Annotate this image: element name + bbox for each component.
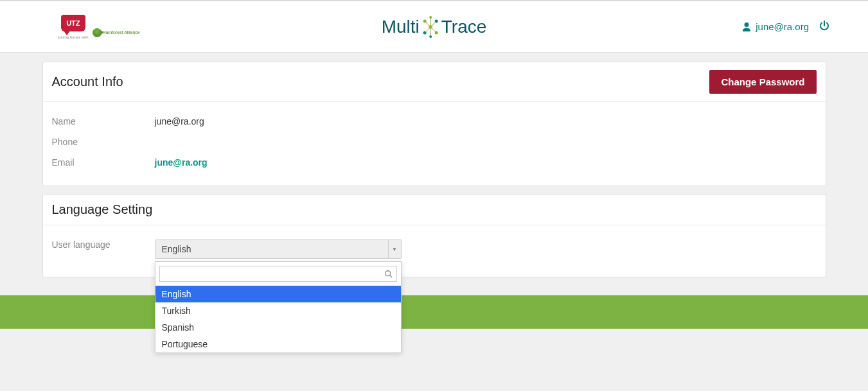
logo-trace: Trace bbox=[441, 17, 487, 37]
svg-line-9 bbox=[425, 27, 430, 33]
phone-label: Phone bbox=[52, 137, 155, 147]
email-value[interactable]: june@ra.org bbox=[155, 157, 208, 168]
language-option[interactable]: Spanish bbox=[155, 319, 401, 336]
footer-bar bbox=[0, 295, 868, 329]
language-option-list: EnglishTurkishSpanishPortuguese bbox=[155, 286, 401, 352]
search-icon bbox=[384, 270, 393, 279]
account-info-title: Account Info bbox=[52, 74, 123, 89]
below-footer-space bbox=[0, 329, 868, 391]
utz-subtext: joining forces with bbox=[58, 35, 89, 39]
name-value: june@ra.org bbox=[155, 116, 204, 126]
power-icon bbox=[819, 21, 829, 31]
utz-flag-icon: UTZ bbox=[61, 15, 85, 31]
user-email-link[interactable]: june@ra.org bbox=[741, 21, 809, 32]
main-content: Account Info Change Password Name june@r… bbox=[42, 53, 826, 277]
account-info-card: Account Info Change Password Name june@r… bbox=[42, 62, 826, 186]
dropdown-search-wrap bbox=[155, 262, 401, 286]
atom-icon bbox=[420, 13, 441, 40]
user-icon bbox=[741, 22, 752, 32]
logout-button[interactable] bbox=[819, 21, 829, 33]
name-label: Name bbox=[52, 116, 155, 126]
logo-multi: Multi bbox=[382, 17, 420, 37]
svg-line-7 bbox=[425, 21, 430, 27]
app-header: UTZ joining forces with Rainforest Allia… bbox=[0, 0, 868, 53]
svg-point-13 bbox=[385, 270, 390, 275]
user-language-label: User language bbox=[52, 239, 155, 250]
account-info-header: Account Info Change Password bbox=[43, 62, 826, 102]
field-row-phone: Phone bbox=[52, 132, 817, 152]
language-option[interactable]: Turkish bbox=[155, 302, 401, 319]
language-select[interactable]: English ▼ bbox=[155, 239, 402, 259]
user-email-text: june@ra.org bbox=[756, 21, 809, 32]
field-row-name: Name june@ra.org bbox=[52, 111, 817, 132]
ra-text: Rainforest Alliance bbox=[103, 30, 140, 35]
language-option[interactable]: English bbox=[155, 286, 401, 302]
field-row-user-language: User language English ▼ EnglishTurkishSp… bbox=[52, 234, 817, 264]
language-setting-title: Language Setting bbox=[52, 202, 153, 217]
language-search-input[interactable] bbox=[159, 266, 397, 282]
chevron-down-icon: ▼ bbox=[388, 240, 401, 258]
header-right: june@ra.org bbox=[741, 21, 855, 33]
language-setting-header: Language Setting bbox=[43, 195, 826, 225]
utz-logo: UTZ joining forces with bbox=[58, 15, 89, 39]
language-setting-card: Language Setting User language English ▼ bbox=[42, 194, 826, 277]
language-selected-value: English bbox=[162, 244, 191, 254]
multitrace-logo: Multi Trace bbox=[382, 13, 487, 40]
account-info-body: Name june@ra.org Phone Email june@ra.org bbox=[43, 102, 826, 186]
logo-area: UTZ joining forces with Rainforest Allia… bbox=[13, 15, 140, 39]
svg-line-10 bbox=[430, 27, 436, 33]
change-password-button[interactable]: Change Password bbox=[709, 70, 816, 94]
language-dropdown: EnglishTurkishSpanishPortuguese bbox=[155, 261, 402, 353]
language-setting-body: User language English ▼ EnglishTurkishSp… bbox=[43, 225, 826, 277]
language-select-wrap: English ▼ EnglishTurkishSpanishPortugues… bbox=[155, 239, 402, 259]
email-label: Email bbox=[52, 157, 155, 168]
svg-line-14 bbox=[389, 275, 392, 277]
language-option[interactable]: Portuguese bbox=[155, 336, 401, 352]
field-row-email: Email june@ra.org bbox=[52, 152, 817, 173]
svg-line-8 bbox=[430, 21, 436, 27]
leaf-icon bbox=[91, 26, 103, 39]
rainforest-alliance-logo: Rainforest Alliance bbox=[93, 28, 140, 37]
